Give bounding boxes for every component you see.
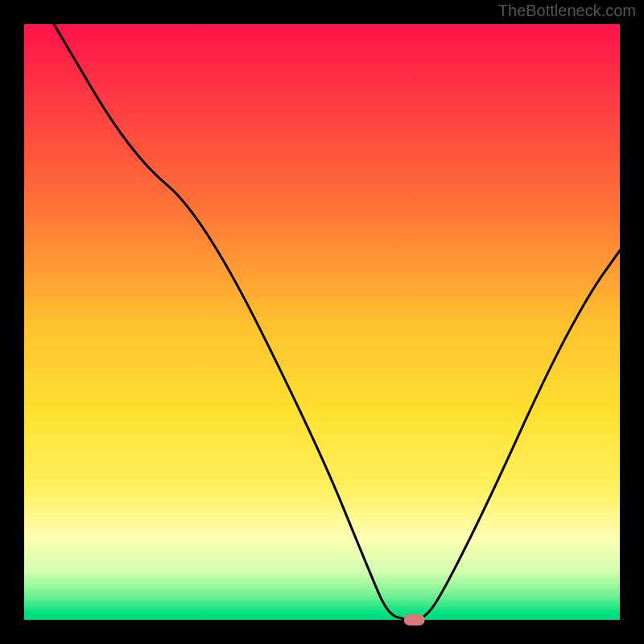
- plot-background: [24, 24, 620, 620]
- optimal-marker: [404, 614, 425, 625]
- chart-container: TheBottleneck.com: [0, 0, 644, 644]
- bottleneck-chart: [0, 0, 644, 644]
- attribution-text: TheBottleneck.com: [498, 2, 636, 20]
